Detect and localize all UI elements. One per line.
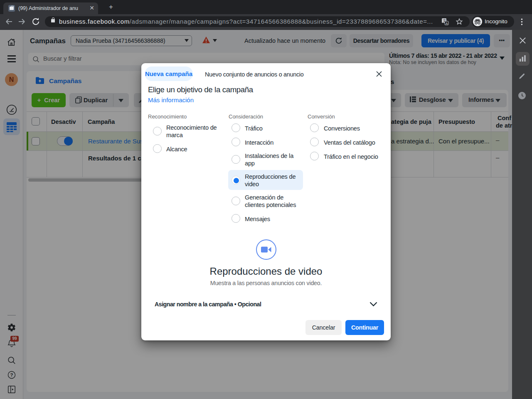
svg-text:A: A (446, 22, 448, 25)
